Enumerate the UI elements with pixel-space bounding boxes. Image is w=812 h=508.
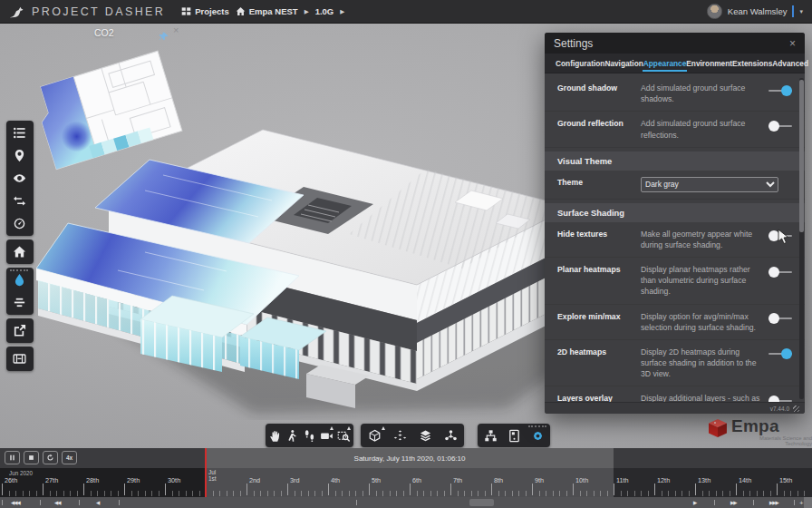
timeline-day-label[interactable]: 6th xyxy=(412,476,421,484)
timeline-day-label[interactable]: 27th xyxy=(45,476,58,484)
timeline-day-label[interactable]: Jul1st xyxy=(208,470,217,482)
stop-button[interactable] xyxy=(24,451,39,464)
home-view-tool[interactable] xyxy=(7,240,31,263)
timeline-day-label[interactable]: 30th xyxy=(168,476,180,484)
speed-button[interactable]: 4x xyxy=(62,451,77,464)
breadcrumb-site[interactable]: Empa NEST xyxy=(236,6,298,16)
project-dasher-window: PROJECT DASHER Projects Empa NEST ▶ 1.0G… xyxy=(0,0,812,508)
camera-interactions-tool[interactable] xyxy=(362,425,387,446)
toggle-ground-reflection[interactable] xyxy=(768,120,792,132)
dashboard-list-tool[interactable] xyxy=(7,122,31,144)
timeline-zoom-in-button[interactable]: + xyxy=(799,497,803,508)
pause-button[interactable] xyxy=(5,451,20,464)
timeline-day-label[interactable]: 26th xyxy=(5,476,17,484)
timeline-hour-tick xyxy=(478,491,478,496)
walk-tool[interactable] xyxy=(301,425,318,446)
timeline-hour-tick xyxy=(36,491,37,496)
tab-configuration[interactable]: Configuration xyxy=(556,54,604,73)
scroll-strip-corner[interactable] xyxy=(804,497,812,508)
settings-scrollbar[interactable] xyxy=(799,78,804,399)
play-medium-button[interactable]: ▶▶ xyxy=(730,497,736,508)
breadcrumb-projects[interactable]: Projects xyxy=(181,6,229,16)
environment-heatmap-tool[interactable] xyxy=(7,269,31,291)
scrollbar-thumb[interactable] xyxy=(799,80,804,232)
explode-model-tool[interactable] xyxy=(387,425,412,446)
timeline-ruler[interactable]: Jun 2020 26th27th28th29th30thJul1st2nd3r… xyxy=(0,468,812,497)
timeline-hour-tick xyxy=(281,491,282,496)
pushpin-icon[interactable] xyxy=(159,29,169,39)
scroll-strip-separator xyxy=(356,500,357,505)
timeline-day-label[interactable]: 10th xyxy=(575,476,588,484)
first-person-tool[interactable] xyxy=(284,425,301,446)
settings-tool[interactable] xyxy=(526,425,549,446)
camera-tool[interactable] xyxy=(318,425,335,446)
settings-row-ground-reflection: Ground reflectionAdd simulated ground su… xyxy=(545,112,805,147)
toggle-ground-shadow[interactable] xyxy=(768,84,792,96)
timeline-scrollbar-thumb[interactable] xyxy=(469,499,494,506)
rewind-slow-button[interactable]: ◀ xyxy=(96,497,99,508)
sensor-locations-tool[interactable] xyxy=(7,144,31,167)
timeline-hour-tick xyxy=(553,491,554,496)
timeline-day-label[interactable]: 4th xyxy=(331,476,340,484)
toggle-2d-heatmaps[interactable] xyxy=(768,348,792,360)
timeline-day-label[interactable]: 13th xyxy=(698,476,710,484)
resize-handle[interactable] xyxy=(793,405,799,412)
timeline-day-label[interactable]: 7th xyxy=(453,476,462,484)
user-menu[interactable]: Kean Walmsley ▾ xyxy=(707,4,803,19)
timeline-hour-tick xyxy=(600,491,601,496)
rewind-medium-button[interactable]: ◀◀ xyxy=(54,497,60,508)
settings-header[interactable]: Settings × xyxy=(545,33,805,54)
levels-tool[interactable] xyxy=(412,425,438,446)
model-browser-tool[interactable] xyxy=(438,425,463,446)
theme-select[interactable]: Dark gray xyxy=(641,177,778,192)
breadcrumb-model[interactable]: 1.0G xyxy=(315,6,334,16)
timeline-hour-tick xyxy=(111,491,111,496)
tab-navigation[interactable]: Navigation xyxy=(604,54,643,73)
timeline-day-label[interactable]: 8th xyxy=(494,476,503,484)
timeline-playhead[interactable] xyxy=(205,448,207,497)
timeline-scroll-strip[interactable]: ◀◀◀◀◀◀▶▶▶▶▶▶+ xyxy=(0,497,812,508)
model-structure-tool[interactable] xyxy=(478,425,502,446)
visibility-tool[interactable] xyxy=(7,167,31,190)
play-slow-button[interactable]: ▶ xyxy=(693,497,696,508)
tab-advanced[interactable]: Advanced xyxy=(772,54,808,73)
timeline-day-label[interactable]: 3rd xyxy=(290,476,300,484)
section-header-surface-shading: Surface Shading xyxy=(545,203,805,222)
timeline-day-label[interactable]: 29th xyxy=(127,476,140,484)
timeline-day-label[interactable]: 12th xyxy=(657,476,670,484)
setting-label: Layers overlay xyxy=(557,393,635,402)
tab-extensions[interactable]: Extensions xyxy=(732,54,772,73)
pan-tool[interactable] xyxy=(266,425,284,446)
timeline-hour-tick xyxy=(790,491,791,496)
settings-close-icon[interactable]: × xyxy=(789,38,796,49)
toggle-planar-heatmaps[interactable] xyxy=(768,266,792,278)
timeline-day-label[interactable]: 2nd xyxy=(249,476,260,484)
tab-appearance[interactable]: Appearance xyxy=(643,54,687,73)
3d-viewport[interactable]: CO2 × Empa Materials Science and Technol… xyxy=(0,24,812,448)
timeline-hour-tick xyxy=(586,491,587,496)
toggle-explore-min-max[interactable] xyxy=(768,313,792,325)
export-share-tool[interactable] xyxy=(7,319,31,342)
timeline-hour-tick xyxy=(403,491,404,496)
toggle-layers-overlay[interactable] xyxy=(768,395,792,402)
animation-tool[interactable] xyxy=(7,347,31,370)
loop-button[interactable] xyxy=(43,451,58,464)
timeline-day-label[interactable]: 5th xyxy=(372,476,381,484)
levels-filter-tool[interactable] xyxy=(7,291,31,314)
timeline-day-label[interactable]: 15th xyxy=(779,476,792,484)
timeline-day-label[interactable]: 28th xyxy=(86,476,99,484)
timeline-hour-tick xyxy=(131,491,132,496)
rewind-fast-button[interactable]: ◀◀◀ xyxy=(11,497,20,508)
timeline-hour-tick xyxy=(15,491,16,496)
tab-environment[interactable]: Environment xyxy=(686,54,732,73)
heatmap-close-icon[interactable]: × xyxy=(173,24,179,35)
timeline-day-label[interactable]: 9th xyxy=(535,476,544,484)
performance-tool[interactable] xyxy=(7,212,31,235)
compare-tool[interactable] xyxy=(7,190,31,212)
timeline-day-label[interactable]: 14th xyxy=(739,476,751,484)
properties-tool[interactable] xyxy=(502,425,526,446)
zoom-window-tool[interactable] xyxy=(335,425,353,446)
play-fast-button[interactable]: ▶▶▶ xyxy=(769,497,778,508)
heatmap-2d-miniplan[interactable] xyxy=(25,47,198,174)
timeline-day-label[interactable]: 11th xyxy=(616,476,629,484)
